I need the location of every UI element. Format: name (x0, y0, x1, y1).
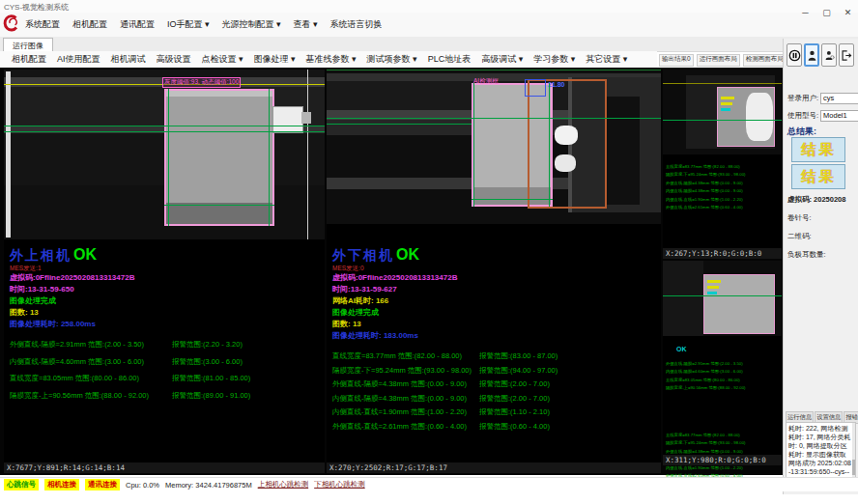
virtual-code-value: 20250208 (814, 195, 845, 204)
alarm-range: 报警范围:(89.00 - 91.00) (172, 391, 250, 401)
region-highlight (166, 91, 272, 97)
login-user-button[interactable] (804, 43, 819, 67)
camera-result-line: 外下相机OK (332, 246, 659, 265)
camera-image-middle[interactable]: 21.80 AI检测框 (327, 70, 661, 224)
green-edge-line (473, 83, 474, 207)
toolbar-item[interactable]: 点检设置 ▾ (202, 53, 243, 66)
camera-overlay-text-middle: 外下相机OK MES发送:0 虚拟码:0Ffline20250208133134… (332, 246, 659, 435)
measurement-value: 内侧直线-直线=1.90mm 范围:(1.00 - 2.20) (332, 407, 479, 417)
toolbar-item[interactable]: 相机调试 (111, 53, 146, 66)
toolbar-item[interactable]: 其它设置 ▾ (586, 53, 627, 66)
image-count: 图数: 13 (10, 307, 323, 319)
view-layout-tab[interactable]: 运行画面布局 (697, 54, 740, 67)
measurement-row: 隔膜宽度-上=90.56mm 范围:(88.00 - 92.00) 报警范围:(… (10, 391, 323, 401)
menu-item[interactable]: 系统配置 (25, 18, 60, 31)
toolbar-item[interactable]: 高级设置 (157, 53, 191, 66)
tab-run-image[interactable]: 运行图像 (3, 38, 53, 52)
minimize-button[interactable]: ─ (799, 8, 812, 17)
capture-time: 时间:13-31-59-650 (10, 284, 323, 295)
alarm-range: 报警范围:(2.00 - 7.00) (479, 379, 550, 389)
toolbar-item[interactable]: PLC地址表 (428, 53, 472, 66)
measurement-row: 外侧直线-隔膜=2.91mm 范围:(2.00 - 3.50) 报警范围:(2.… (10, 340, 323, 350)
exit-button[interactable] (839, 43, 854, 67)
thumbnail-text-line: 外侧直线-直线=2.61mm 范围:(0.60 - 4.00) (666, 204, 785, 212)
model-input[interactable]: Model1 (820, 110, 858, 122)
green-baseline (663, 295, 782, 296)
toolbar-item[interactable]: 图像处理 ▾ (254, 53, 296, 66)
camera-result-line: 外上相机OK (10, 246, 323, 265)
alarm-range: 报警范围:(0.60 - 4.00) (479, 422, 550, 432)
menu-item[interactable]: IO手配置 ▾ (167, 18, 210, 31)
maximize-button[interactable]: ▢ (820, 8, 833, 17)
main-view: 灰度阈值:93, 动态阈值:100 外上相机OK MES发送:1 虚拟码:0Ff… (0, 68, 783, 475)
view-layout-tab[interactable]: 输出结果0 (659, 54, 694, 67)
menu-item[interactable]: 系统语言切换 (330, 18, 383, 31)
toolbar-item[interactable]: 基准线参数 ▾ (306, 53, 357, 66)
camera-title: 外上相机 (10, 247, 72, 263)
process-elapsed: 图像处理耗时: 183.00ms (332, 330, 659, 342)
thumbnail-bottom[interactable]: OK 外侧直线-隔膜=2.91mm 范围:(2.00 - 3.50)内侧直线-隔… (663, 261, 782, 465)
connector-tail (301, 112, 311, 124)
camera-panel-middle: 21.80 AI检测框 外下相机OK MES发送:0 虚拟码:0Ffline20… (327, 70, 661, 473)
measurement-value: 外侧直线-隔膜=4.38mm 范围:(0.00 - 9.00) (332, 379, 479, 389)
thumbnail-text-line: 内侧直线-隔膜=4.38mm 范围:(0.00 - 9.00) (666, 187, 785, 196)
thumbnail-text-line: 外侧直线-隔膜=4.38mm 范围:(0.00 - 9.00) (666, 179, 785, 187)
thumbnail-bottom-image (663, 261, 782, 336)
thumbnail-text-line: 内侧直线-隔膜=4.60mm 范围:(3.00 - 6.00) (666, 368, 785, 377)
pin-number-label: 卷针号: (787, 213, 812, 223)
user-settings-button[interactable] (821, 43, 837, 67)
cursor-coordinates-thumb-top: X:267;Y:13;R:0;G:0;B:0 (663, 248, 782, 259)
upper-camera-heartbeat-link[interactable]: 上相机心跳检测 (258, 480, 309, 490)
cpu-usage: Cpu: 0.0% (126, 481, 159, 490)
toolbar-item[interactable]: 测试项参数 ▾ (367, 53, 417, 66)
toolbar-item[interactable]: 学习参数 ▾ (533, 53, 575, 66)
titlebar: CYS-视觉检测系统 (0, 0, 858, 14)
camera-image-left[interactable]: 灰度阈值:93, 动态阈值:100 (4, 70, 325, 239)
menu-item[interactable]: 光源控制配置 ▾ (222, 18, 281, 31)
menu-bar: 系统配置相机配置通讯配置IO手配置 ▾光源控制配置 ▾查看 ▾系统语言切换 (0, 13, 858, 37)
login-user-field: 登录用户: cys (787, 93, 858, 104)
measurement-row: 内侧直线-隔膜=4.38mm 范围:(0.00 - 9.00) 报警范围:(2.… (332, 394, 659, 404)
toolbar-item[interactable]: 高级调试 ▾ (481, 53, 523, 66)
bright-line (307, 70, 308, 239)
app-window: CYS-视觉检测系统 ─ ▢ ✕ 系统配置相机配置通讯配置IO手配置 ▾光源控制… (0, 0, 858, 504)
measurement-value: 直线宽度=83.77mm 范围:(82.00 - 88.00) (332, 351, 479, 361)
thumbnail-text-line: 隔膜宽度-下=95.24mm 范围:(93.00 - 98.00) (666, 171, 785, 180)
close-button[interactable]: ✕ (842, 8, 854, 17)
result-box-1: 结果 (791, 137, 845, 162)
pause-button[interactable] (786, 43, 802, 67)
alarm-range: 报警范围:(2.20 - 3.20) (172, 340, 243, 350)
menu-item[interactable]: 通讯配置 (120, 18, 155, 31)
measurement-row: 内侧直线-隔膜=4.60mm 范围:(3.00 - 6.00) 报警范围:(3.… (10, 357, 323, 367)
region-shadow (166, 203, 272, 224)
model-label: 使用型号: (787, 111, 818, 121)
view-layout-tabs: 输出结果0运行画面布局检测画面布局 (659, 54, 783, 67)
thumbnail-text-line: 内侧直线-直线=1.90mm 范围:(1.00 - 2.20) (666, 195, 785, 204)
measurement-row: 内侧直线-直线=1.90mm 范围:(1.00 - 2.20) 报警范围:(1.… (332, 407, 659, 417)
cursor-coordinates-left: X:7677;Y:891;R:14;G:14;B:14 (4, 462, 325, 473)
window-title: CYS-视觉检测系统 (4, 2, 69, 13)
process-elapsed: 图像处理耗时: 258.00ms (10, 319, 323, 330)
process-done-label: 图像处理完成 (10, 295, 323, 307)
annotation-mark (707, 286, 719, 289)
menu-item[interactable]: 相机配置 (72, 18, 107, 31)
lower-camera-heartbeat-link[interactable]: 下相机心跳检测 (314, 480, 365, 490)
view-layout-tab[interactable]: 检测画面布局 (743, 54, 786, 67)
toolbar-item[interactable]: AI使用配置 (57, 53, 100, 66)
camera-overlay-text-left: 外上相机OK MES发送:1 虚拟码:0Ffline20250208133134… (10, 246, 323, 407)
alarm-range: 报警范围:(1.10 - 2.10) (479, 407, 550, 417)
measurement-row: 直线宽度=83.77mm 范围:(82.00 - 88.00) 报警范围:(83… (332, 351, 659, 361)
thumbnail-text-line: 外侧直线-隔膜=2.91mm 范围:(2.00 - 3.50) (666, 359, 785, 368)
menu-item[interactable]: 查看 ▾ (294, 18, 318, 31)
green-baseline (164, 205, 274, 206)
thumbnail-text-line: 直线宽度=83.77mm 范围:(82.00 - 88.00) (666, 431, 785, 439)
green-baseline (327, 124, 472, 125)
machine-silhouette (663, 261, 703, 336)
thumbnail-top[interactable]: 直线宽度=83.77mm 范围:(82.00 - 88.00)隔膜宽度-下=95… (663, 70, 782, 259)
measurement-row: 直线宽度=83.05mm 范围:(80.00 - 86.00) 报警范围:(81… (10, 374, 323, 383)
green-top-border (327, 70, 661, 70)
toolbar-item[interactable]: 相机配置 (12, 53, 46, 66)
login-user-input[interactable]: cys (820, 93, 858, 104)
yellow-line (663, 83, 782, 84)
measurement-value: 直线宽度=83.05mm 范围:(80.00 - 86.00) (10, 374, 172, 383)
